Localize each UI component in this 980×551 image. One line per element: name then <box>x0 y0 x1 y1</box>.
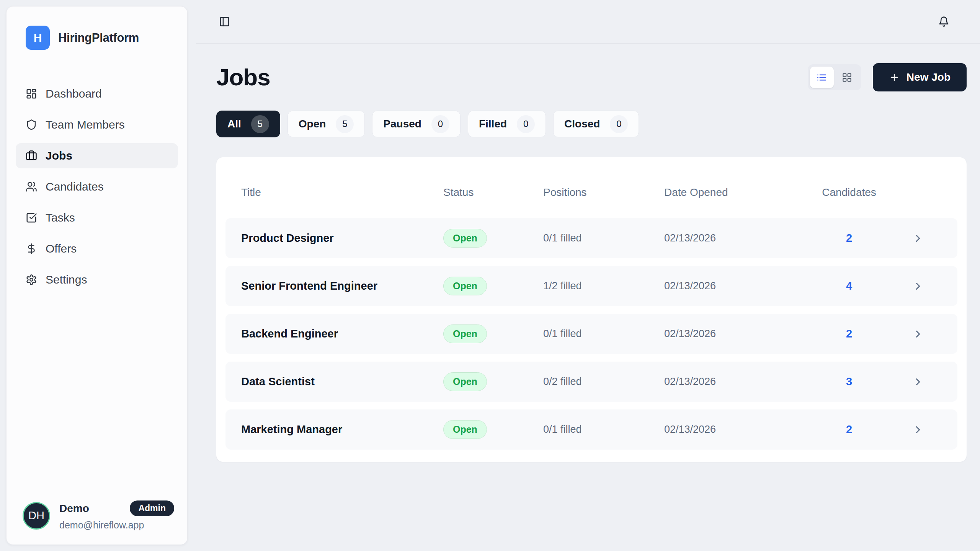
candidates-count[interactable]: 2 <box>820 328 878 340</box>
sidebar-item-label: Dashboard <box>46 87 102 100</box>
header-actions: New Job <box>808 63 967 91</box>
job-title: Backend Engineer <box>225 328 434 340</box>
filter-tab-filled[interactable]: Filled 0 <box>468 111 546 137</box>
chevron-right-icon[interactable] <box>912 376 924 388</box>
user-name: Demo <box>59 502 89 515</box>
status-badge: Open <box>443 372 487 391</box>
candidates-count[interactable]: 4 <box>820 280 878 292</box>
app-title: HiringPlatform <box>58 31 139 45</box>
sidebar-item-jobs[interactable]: Jobs <box>16 143 178 168</box>
user-card: DH Demo Admin demo@hireflow.app <box>16 500 178 531</box>
filter-label: Open <box>299 118 326 130</box>
sidebar-item-settings[interactable]: Settings <box>16 267 178 292</box>
date-opened: 02/13/2026 <box>655 232 820 244</box>
new-job-label: New Job <box>906 71 951 83</box>
sidebar-nav: Dashboard Team Members Jobs Candidates T… <box>16 81 178 292</box>
user-meta: Demo Admin demo@hireflow.app <box>59 500 174 531</box>
filter-tab-all[interactable]: All 5 <box>216 111 280 137</box>
view-toggle <box>808 64 861 90</box>
table-row[interactable]: Data Scientist Open 0/2 filled 02/13/202… <box>225 362 957 402</box>
avatar-initials: DH <box>28 509 44 522</box>
filter-label: Filled <box>479 118 507 130</box>
filter-count-badge: 0 <box>610 115 628 133</box>
date-opened: 02/13/2026 <box>655 376 820 388</box>
role-badge: Admin <box>130 500 174 516</box>
sidebar: H HiringPlatform Dashboard Team Members … <box>6 6 188 545</box>
status-badge: Open <box>443 277 487 295</box>
date-opened: 02/13/2026 <box>655 328 820 340</box>
jobs-table-card: Title Status Positions Date Opened Candi… <box>216 157 967 462</box>
chevron-right-icon[interactable] <box>912 424 924 435</box>
sidebar-item-candidates[interactable]: Candidates <box>16 174 178 199</box>
candidates-count[interactable]: 2 <box>820 423 878 436</box>
sidebar-item-label: Tasks <box>46 211 75 224</box>
filter-tab-closed[interactable]: Closed 0 <box>553 111 639 137</box>
positions-filled: 0/1 filled <box>534 328 655 340</box>
sidebar-item-offers[interactable]: Offers <box>16 236 178 261</box>
new-job-button[interactable]: New Job <box>873 63 967 91</box>
status-badge: Open <box>443 324 487 343</box>
table-row[interactable]: Senior Frontend Engineer Open 1/2 filled… <box>225 266 957 306</box>
grid-view-icon <box>842 72 852 83</box>
sidebar-item-label: Candidates <box>46 180 104 193</box>
dashboard-icon <box>26 88 37 99</box>
column-header-date-opened: Date Opened <box>655 186 820 199</box>
positions-filled: 0/2 filled <box>534 376 655 388</box>
positions-filled: 0/1 filled <box>534 424 655 435</box>
sidebar-item-dashboard[interactable]: Dashboard <box>16 81 178 106</box>
filter-label: All <box>227 118 241 130</box>
positions-filled: 1/2 filled <box>534 280 655 292</box>
grid-view-button[interactable] <box>835 67 859 88</box>
sidebar-item-label: Offers <box>46 242 77 255</box>
topbar <box>196 0 980 44</box>
list-view-button[interactable] <box>810 67 834 88</box>
filter-count-badge: 5 <box>336 115 354 133</box>
shield-icon <box>26 119 37 130</box>
sidebar-toggle-button[interactable] <box>219 16 230 27</box>
notifications-button[interactable] <box>938 16 949 27</box>
status-badge: Open <box>443 420 487 439</box>
main-area: Jobs New Job All 5 <box>196 0 980 551</box>
content: Jobs New Job All 5 <box>196 44 980 462</box>
sidebar-item-tasks[interactable]: Tasks <box>16 205 178 230</box>
date-opened: 02/13/2026 <box>655 280 820 292</box>
user-email: demo@hireflow.app <box>59 520 174 531</box>
column-header-positions: Positions <box>534 186 655 199</box>
app-logo-letter: H <box>34 31 42 44</box>
table-header-row: Title Status Positions Date Opened Candi… <box>225 166 957 218</box>
filter-tab-paused[interactable]: Paused 0 <box>372 111 461 137</box>
sidebar-item-team-members[interactable]: Team Members <box>16 112 178 137</box>
job-title: Data Scientist <box>225 375 434 388</box>
bell-icon <box>938 16 949 27</box>
candidates-count[interactable]: 3 <box>820 375 878 388</box>
column-header-title: Title <box>225 186 434 199</box>
filter-tab-open[interactable]: Open 5 <box>287 111 365 137</box>
gear-icon <box>26 274 37 285</box>
avatar[interactable]: DH <box>23 502 50 530</box>
table-row[interactable]: Marketing Manager Open 0/1 filled 02/13/… <box>225 409 957 450</box>
table-row[interactable]: Product Designer Open 0/1 filled 02/13/2… <box>225 218 957 258</box>
column-header-status: Status <box>434 186 534 199</box>
table-row[interactable]: Backend Engineer Open 0/1 filled 02/13/2… <box>225 314 957 354</box>
dollar-icon <box>26 243 37 254</box>
chevron-right-icon[interactable] <box>912 328 924 340</box>
job-title: Product Designer <box>225 232 434 245</box>
status-filter-tabs: All 5 Open 5 Paused 0 Filled 0 Closed 0 <box>216 111 967 137</box>
sidebar-item-label: Settings <box>46 273 87 286</box>
list-view-icon <box>817 72 827 83</box>
briefcase-icon <box>26 150 37 161</box>
plus-icon <box>889 72 900 83</box>
filter-label: Closed <box>564 118 600 130</box>
filter-count-badge: 0 <box>517 115 535 133</box>
page-header: Jobs New Job <box>216 63 967 91</box>
job-title: Senior Frontend Engineer <box>225 280 434 292</box>
job-title: Marketing Manager <box>225 423 434 436</box>
chevron-right-icon[interactable] <box>912 233 924 244</box>
panel-left-icon <box>219 16 230 27</box>
app-logo: H <box>26 26 50 50</box>
page-title: Jobs <box>216 65 270 89</box>
date-opened: 02/13/2026 <box>655 424 820 435</box>
chevron-right-icon[interactable] <box>912 280 924 292</box>
sidebar-item-label: Jobs <box>46 149 72 162</box>
candidates-count[interactable]: 2 <box>820 232 878 245</box>
